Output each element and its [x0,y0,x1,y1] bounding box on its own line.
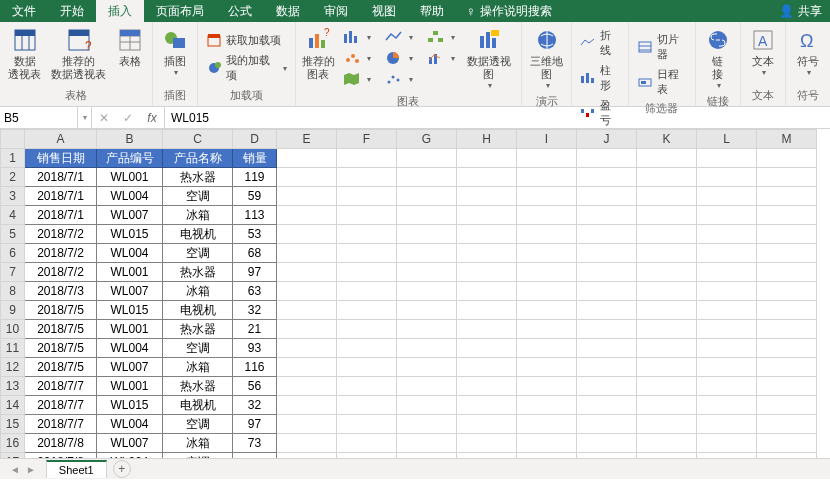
cell[interactable] [517,149,577,168]
cell[interactable] [637,168,697,187]
cell[interactable] [577,263,637,282]
cell[interactable] [457,358,517,377]
cell[interactable] [517,301,577,320]
column-header[interactable]: E [277,130,337,149]
cell[interactable] [457,282,517,301]
cell[interactable] [637,301,697,320]
row-header[interactable]: 3 [1,187,25,206]
cell[interactable] [337,225,397,244]
cell[interactable] [697,206,757,225]
cell[interactable] [517,263,577,282]
cell[interactable] [397,282,457,301]
cell[interactable] [397,244,457,263]
cell[interactable]: WL015 [97,301,163,320]
row-header[interactable]: 6 [1,244,25,263]
cell[interactable] [397,434,457,453]
chart-scatter-button[interactable]: ▾ [381,70,417,88]
cell[interactable] [337,415,397,434]
cell[interactable] [577,225,637,244]
cell[interactable] [697,396,757,415]
cell[interactable]: 116 [233,358,277,377]
chart-combo-button[interactable]: ▾ [423,49,459,67]
cell[interactable] [457,168,517,187]
cell[interactable] [457,339,517,358]
cell[interactable] [637,225,697,244]
cell[interactable] [337,149,397,168]
cell[interactable]: 21 [233,320,277,339]
chart-line-button[interactable]: ▾ [381,28,417,46]
tab-data[interactable]: 数据 [264,0,312,22]
cell[interactable] [457,415,517,434]
cell[interactable] [697,320,757,339]
row-header[interactable]: 14 [1,396,25,415]
cell[interactable] [577,415,637,434]
column-header[interactable]: G [397,130,457,149]
cell[interactable]: WL015 [97,225,163,244]
cell[interactable] [397,396,457,415]
cell[interactable] [577,244,637,263]
cell[interactable]: 2018/7/8 [25,434,97,453]
row-header[interactable]: 10 [1,320,25,339]
cell[interactable] [277,301,337,320]
cell[interactable] [517,168,577,187]
cell[interactable] [457,149,517,168]
cell[interactable] [517,377,577,396]
cell[interactable] [757,301,817,320]
cell[interactable] [337,396,397,415]
cell[interactable] [637,320,697,339]
cell[interactable] [697,358,757,377]
cell[interactable] [457,244,517,263]
row-header[interactable]: 2 [1,168,25,187]
cell[interactable] [757,149,817,168]
cell[interactable] [457,434,517,453]
chart-column-button[interactable]: ▾ [339,28,375,46]
column-header[interactable]: M [757,130,817,149]
cell[interactable] [697,377,757,396]
data-header-cell[interactable]: 产品编号 [97,149,163,168]
cell[interactable] [757,339,817,358]
cell[interactable]: WL001 [97,377,163,396]
cell[interactable]: 冰箱 [163,358,233,377]
cell[interactable] [757,320,817,339]
add-sheet-button[interactable]: + [113,460,131,478]
cell[interactable]: 2018/7/7 [25,415,97,434]
cell[interactable]: 97 [233,415,277,434]
pivot-chart-button[interactable]: 数据透视图 ▾ [461,24,517,92]
cell[interactable] [517,396,577,415]
cell[interactable] [277,282,337,301]
my-addins-button[interactable]: 我的加载项 ▾ [202,51,291,85]
cell[interactable] [697,301,757,320]
cell[interactable]: 63 [233,282,277,301]
cell[interactable]: 热水器 [163,377,233,396]
cell[interactable] [577,358,637,377]
cell[interactable] [757,263,817,282]
cell[interactable]: 59 [233,187,277,206]
cell[interactable] [697,282,757,301]
cell[interactable] [337,320,397,339]
cell[interactable] [697,244,757,263]
cell[interactable] [457,396,517,415]
cell[interactable]: 32 [233,301,277,320]
cell[interactable] [277,244,337,263]
cell[interactable] [757,358,817,377]
timeline-button[interactable]: 日程表 [633,65,691,99]
column-header[interactable]: F [337,130,397,149]
tab-insert[interactable]: 插入 [96,0,144,22]
cell[interactable] [277,320,337,339]
cell[interactable] [757,282,817,301]
cell[interactable] [697,434,757,453]
cell[interactable] [637,358,697,377]
cell[interactable]: 热水器 [163,320,233,339]
cell[interactable] [277,358,337,377]
cell[interactable]: WL004 [97,244,163,263]
cell[interactable] [697,149,757,168]
chart-pie-button[interactable]: ▾ [381,49,417,67]
cell[interactable] [517,434,577,453]
data-header-cell[interactable]: 产品名称 [163,149,233,168]
cell[interactable]: 2018/7/1 [25,187,97,206]
cell[interactable] [697,225,757,244]
cell[interactable] [517,358,577,377]
cell[interactable]: WL007 [97,282,163,301]
cell[interactable] [757,244,817,263]
chart-hier-button[interactable]: ▾ [423,28,459,46]
